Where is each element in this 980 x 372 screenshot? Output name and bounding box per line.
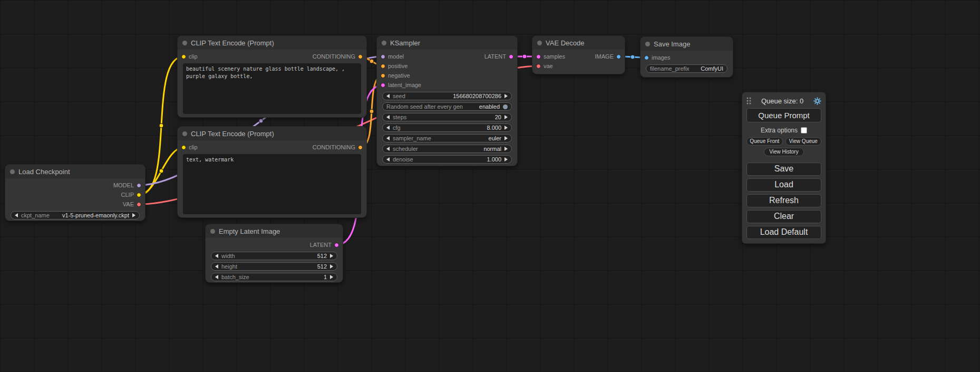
widget-denoise[interactable]: denoise 1.000 (382, 155, 512, 164)
node-ksampler[interactable]: KSampler model LATENT positive negative (377, 36, 517, 166)
decrement-arrow-icon[interactable] (215, 264, 218, 269)
toggle-on-icon[interactable] (503, 104, 508, 109)
latent-output-port[interactable] (509, 54, 513, 59)
decrement-arrow-icon[interactable] (386, 147, 390, 151)
collapse-dot-icon[interactable] (382, 41, 386, 45)
increment-arrow-icon[interactable] (330, 254, 333, 258)
decrement-arrow-icon[interactable] (215, 275, 218, 279)
node-load-checkpoint[interactable]: Load Checkpoint MODEL CLIP VAE ckpt_name… (5, 165, 145, 221)
images-input-port[interactable] (644, 55, 649, 60)
collapse-dot-icon[interactable] (182, 41, 187, 45)
latent-output-port[interactable] (334, 243, 339, 247)
node-title-bar[interactable]: Load Checkpoint (5, 165, 145, 178)
collapse-dot-icon[interactable] (182, 131, 187, 136)
slot-label: LATENT (310, 242, 332, 248)
queue-front-button[interactable]: Queue Front (746, 137, 783, 146)
latent-image-input-port[interactable] (381, 83, 385, 88)
model-output-port[interactable] (137, 183, 141, 188)
increment-arrow-icon[interactable] (330, 275, 333, 279)
negative-prompt-textarea[interactable]: text, watermark (183, 154, 361, 214)
widget-steps[interactable]: steps 20 (382, 113, 512, 121)
widget-cfg[interactable]: cfg 8.000 (382, 123, 512, 132)
model-input-port[interactable] (381, 54, 385, 59)
node-title: CLIP Text Encode (Prompt) (191, 39, 274, 47)
widget-random-seed-toggle[interactable]: Random seed after every gen enabled (382, 102, 512, 111)
increment-arrow-icon[interactable] (504, 136, 508, 140)
clip-input-port[interactable] (181, 54, 186, 59)
conditioning-output-port[interactable] (358, 145, 363, 150)
collapse-dot-icon[interactable] (537, 41, 542, 45)
image-output-port[interactable] (616, 54, 621, 59)
slot-label: IMAGE (595, 53, 614, 60)
node-title-bar[interactable]: CLIP Text Encode (Prompt) (178, 127, 366, 140)
increment-arrow-icon[interactable] (330, 264, 333, 269)
widget-sampler-name[interactable]: sampler_name euler (382, 134, 512, 142)
slot-label: latent_image (388, 82, 421, 88)
decrement-arrow-icon[interactable] (386, 126, 390, 130)
load-default-button[interactable]: Load Default (746, 226, 821, 239)
widget-filename-prefix[interactable]: filename_prefix ComfyUI (646, 64, 727, 73)
widget-height[interactable]: height 512 (211, 262, 337, 271)
increment-arrow-icon[interactable] (504, 157, 508, 161)
increment-arrow-icon[interactable] (504, 126, 508, 130)
refresh-button[interactable]: Refresh (746, 194, 821, 207)
widget-ckpt-name[interactable]: ckpt_name v1-5-pruned-emaonly.ckpt (11, 211, 140, 220)
node-title-bar[interactable]: VAE Decode (532, 36, 625, 50)
conditioning-output-port[interactable] (358, 54, 363, 59)
slot-label: samples (544, 53, 565, 60)
settings-gear-icon[interactable] (813, 97, 821, 105)
node-save-image[interactable]: Save Image images filename_prefix ComfyU… (641, 37, 733, 77)
negative-input-port[interactable] (381, 73, 385, 78)
widget-width[interactable]: width 512 (211, 252, 337, 260)
load-button[interactable]: Load (746, 178, 821, 192)
increment-arrow-icon[interactable] (132, 213, 135, 217)
link-midpoint-dot (259, 119, 263, 123)
increment-arrow-icon[interactable] (504, 94, 508, 98)
view-history-button[interactable]: View History (764, 148, 804, 156)
node-clip-text-encode-positive[interactable]: CLIP Text Encode (Prompt) clip CONDITION… (178, 36, 366, 117)
vae-input-port[interactable] (536, 64, 541, 69)
node-title-bar[interactable]: Save Image (641, 37, 733, 51)
slot-label: clip (189, 53, 198, 60)
node-clip-text-encode-negative[interactable]: CLIP Text Encode (Prompt) clip CONDITION… (178, 127, 366, 217)
save-button[interactable]: Save (746, 163, 821, 176)
increment-arrow-icon[interactable] (504, 147, 508, 151)
widget-seed[interactable]: seed 156680208700286 (382, 92, 512, 100)
decrement-arrow-icon[interactable] (15, 213, 18, 217)
link-midpoint-dot (370, 109, 374, 113)
decrement-arrow-icon[interactable] (215, 254, 218, 258)
positive-prompt-textarea[interactable]: beautiful scenery nature glass bottle la… (183, 63, 361, 114)
collapse-dot-icon[interactable] (10, 169, 15, 174)
queue-prompt-button[interactable]: Queue Prompt (746, 108, 821, 122)
positive-input-port[interactable] (381, 64, 385, 69)
collapse-dot-icon[interactable] (645, 42, 650, 46)
view-queue-button[interactable]: View Queue (785, 137, 822, 146)
output-slot-clip: CLIP (121, 192, 145, 198)
decrement-arrow-icon[interactable] (386, 157, 390, 161)
collapse-dot-icon[interactable] (210, 229, 215, 234)
clip-input-port[interactable] (181, 145, 186, 150)
vae-output-port[interactable] (137, 202, 141, 207)
widget-scheduler[interactable]: scheduler normal (382, 145, 512, 153)
extra-options-checkbox[interactable] (801, 127, 807, 133)
node-title: Save Image (654, 40, 690, 48)
node-vae-decode[interactable]: VAE Decode samples IMAGE vae (532, 36, 625, 74)
decrement-arrow-icon[interactable] (386, 136, 390, 140)
clip-output-port[interactable] (137, 193, 141, 197)
samples-input-port[interactable] (536, 54, 541, 59)
decrement-arrow-icon[interactable] (386, 115, 390, 119)
node-title-bar[interactable]: CLIP Text Encode (Prompt) (178, 36, 366, 50)
node-empty-latent-image[interactable]: Empty Latent Image LATENT width 512 heig… (206, 224, 343, 282)
link-midpoint-dot (522, 54, 527, 59)
widget-batch-size[interactable]: batch_size 1 (211, 273, 337, 281)
decrement-arrow-icon[interactable] (386, 94, 390, 98)
node-title-bar[interactable]: Empty Latent Image (206, 224, 343, 238)
clear-button[interactable]: Clear (746, 210, 821, 223)
link-midpoint-dot (370, 59, 374, 63)
graph-canvas[interactable]: Load Checkpoint MODEL CLIP VAE ckpt_name… (0, 0, 980, 372)
slot-label: negative (388, 72, 410, 79)
node-title-bar[interactable]: KSampler (377, 36, 517, 50)
increment-arrow-icon[interactable] (504, 115, 508, 119)
slot-label: model (388, 53, 404, 60)
drag-handle-icon[interactable] (746, 97, 751, 104)
